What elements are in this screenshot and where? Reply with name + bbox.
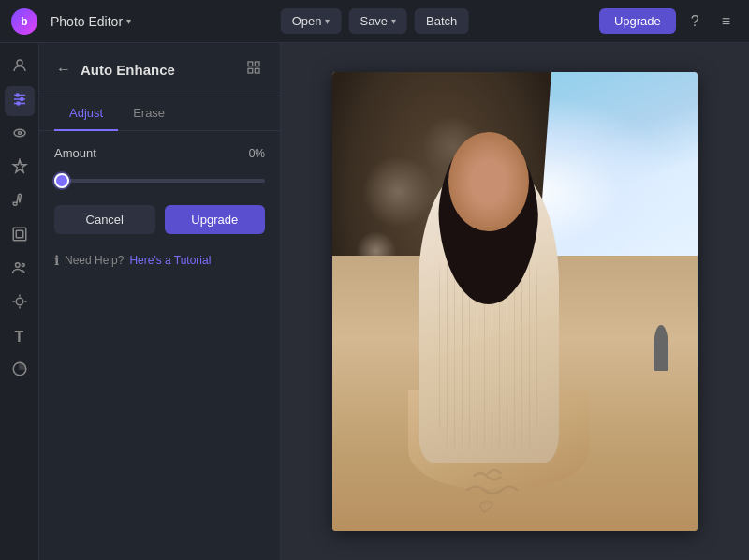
cancel-button[interactable]: Cancel	[54, 205, 155, 234]
hamburger-icon: ≡	[722, 13, 730, 29]
topbar-right-actions: Upgrade ? ≡	[599, 8, 738, 34]
save-button[interactable]: Save ▾	[348, 8, 407, 34]
svg-rect-11	[16, 230, 23, 238]
sidebar-item-frame[interactable]	[5, 221, 35, 251]
eye-icon	[11, 125, 28, 145]
svg-point-5	[20, 98, 22, 101]
svg-point-6	[17, 102, 20, 105]
help-text: Need Help?	[65, 254, 124, 267]
svg-point-7	[14, 129, 25, 137]
svg-point-4	[16, 94, 19, 96]
help-row: ℹ Need Help? Here's a Tutorial	[54, 253, 265, 268]
topbar: b Photo Editor ▾ Open ▾ Save ▾ Batch Upg…	[0, 0, 749, 43]
tutorial-link[interactable]: Here's a Tutorial	[129, 254, 211, 267]
open-button[interactable]: Open ▾	[281, 8, 342, 34]
svg-point-13	[22, 264, 24, 267]
sidebar-item-brush[interactable]	[5, 187, 35, 217]
info-icon: ℹ	[54, 253, 59, 268]
sidebar-item-person[interactable]	[5, 52, 35, 82]
app-title-chevron: ▾	[126, 16, 131, 26]
sidebar-item-sparkle[interactable]	[5, 154, 35, 184]
svg-rect-20	[248, 62, 253, 66]
person-icon	[11, 57, 28, 78]
svg-point-8	[18, 132, 21, 135]
history-icon	[246, 62, 261, 78]
app-title-button[interactable]: Photo Editor ▾	[45, 10, 137, 33]
sidebar-item-effects[interactable]	[5, 288, 35, 318]
tab-erase[interactable]: Erase	[118, 96, 180, 131]
sidebar-item-sticker[interactable]	[5, 356, 35, 386]
svg-rect-22	[248, 68, 253, 73]
text-icon: T	[15, 329, 24, 346]
svg-point-12	[15, 263, 20, 268]
photo-person-far	[654, 325, 668, 371]
photo-canvas	[332, 72, 698, 531]
upgrade-panel-button[interactable]: Upgrade	[165, 205, 266, 234]
people-icon	[11, 259, 28, 280]
batch-button[interactable]: Batch	[415, 8, 468, 34]
panel-header: ← Auto Enhance	[39, 43, 280, 96]
canvas-area	[281, 43, 749, 560]
app-logo: b	[11, 8, 37, 35]
panel: ← Auto Enhance Adjust Erase	[39, 43, 281, 560]
panel-header-left: ← Auto Enhance	[54, 59, 175, 80]
svg-rect-23	[255, 68, 259, 73]
sidebar-item-people[interactable]	[5, 255, 35, 285]
panel-buttons: Cancel Upgrade	[54, 205, 265, 234]
svg-rect-10	[13, 228, 26, 241]
help-button[interactable]: ?	[683, 9, 707, 34]
panel-tabs: Adjust Erase	[39, 96, 280, 131]
sand-writing	[442, 463, 588, 518]
svg-rect-21	[255, 62, 259, 66]
sidebar-item-text[interactable]: T	[5, 322, 35, 352]
back-button[interactable]: ←	[54, 59, 73, 80]
sliders-icon	[11, 91, 28, 111]
person-head	[448, 132, 529, 231]
sticker-icon	[11, 361, 28, 381]
history-button[interactable]	[242, 56, 265, 82]
amount-value: 0%	[249, 147, 265, 160]
help-icon: ?	[691, 13, 699, 29]
menu-button[interactable]: ≡	[714, 9, 738, 34]
back-arrow-icon: ←	[56, 61, 71, 77]
photo-background	[332, 72, 698, 531]
brush-icon	[11, 192, 28, 213]
sidebar-item-adjustments[interactable]	[5, 86, 35, 116]
panel-title: Auto Enhance	[81, 62, 175, 78]
amount-label: Amount	[54, 146, 96, 160]
svg-point-0	[17, 60, 22, 66]
photo-person	[398, 132, 599, 463]
svg-point-14	[16, 298, 23, 305]
topbar-center-actions: Open ▾ Save ▾ Batch	[281, 8, 469, 34]
app-title-label: Photo Editor	[51, 14, 123, 29]
upgrade-topbar-button[interactable]: Upgrade	[599, 8, 676, 34]
sparkle-icon	[11, 158, 28, 179]
slider-label-row: Amount 0%	[54, 146, 265, 160]
tab-adjust[interactable]: Adjust	[54, 96, 118, 131]
main-content: T ← Auto Enhance	[0, 43, 749, 560]
panel-content: Amount 0% Cancel Upgrade ℹ Need Help? He…	[39, 131, 280, 560]
icon-sidebar: T	[0, 43, 39, 560]
amount-slider[interactable]	[54, 179, 265, 183]
frame-icon	[11, 226, 28, 246]
effects-icon	[11, 293, 28, 314]
sidebar-item-eye[interactable]	[5, 120, 35, 150]
amount-slider-section: Amount 0%	[54, 146, 265, 186]
